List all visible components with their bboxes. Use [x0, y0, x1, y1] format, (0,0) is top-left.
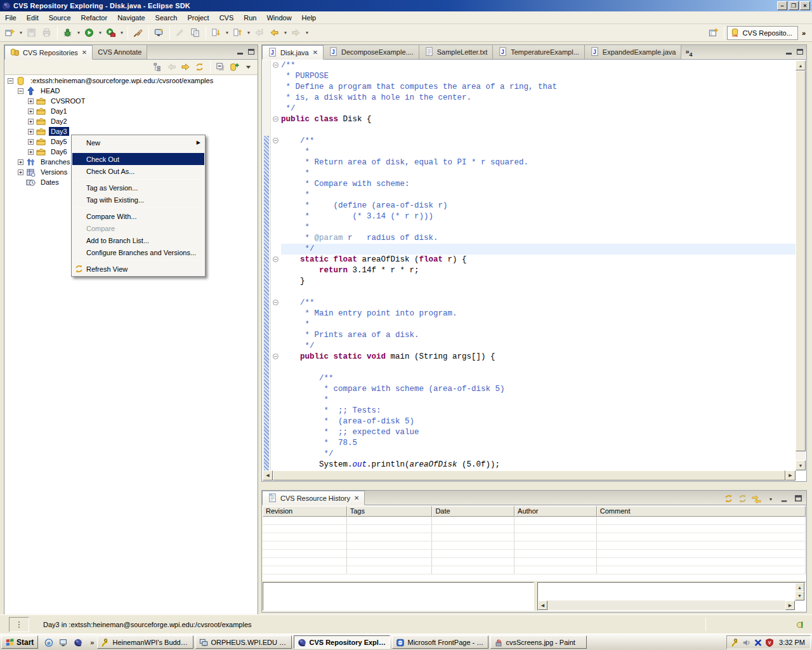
menu-edit[interactable]: Edit — [22, 12, 44, 23]
history-table-row[interactable] — [263, 517, 806, 525]
nav-forward-button[interactable] — [180, 61, 192, 74]
collapse-fold-icon[interactable]: − — [273, 62, 278, 68]
minimize-button[interactable] — [778, 493, 791, 505]
expand-icon[interactable]: + — [28, 129, 34, 135]
collapse-fold-icon[interactable]: − — [273, 116, 278, 122]
aim-icon[interactable] — [731, 638, 740, 647]
maximize-button[interactable] — [792, 493, 805, 505]
refresh-remote-button[interactable] — [737, 493, 749, 505]
menu-item-check-out-as[interactable]: Check Out As... — [72, 165, 204, 177]
vertical-scroll-thumb[interactable] — [796, 70, 806, 451]
java-search-button[interactable] — [131, 25, 146, 41]
scroll-down-icon[interactable]: ▼ — [796, 460, 806, 470]
debug-dropdown-icon[interactable]: ▼ — [75, 25, 82, 41]
history-table-row[interactable] — [263, 533, 806, 541]
expand-icon[interactable]: + — [28, 119, 34, 124]
column-header-author[interactable]: Author — [514, 506, 597, 517]
next-annotation-dropdown-icon[interactable]: ▼ — [224, 25, 230, 41]
back-dropdown-icon[interactable]: ▼ — [282, 25, 289, 41]
forward-dropdown-icon[interactable]: ▼ — [304, 25, 310, 41]
copy-button[interactable] — [188, 25, 203, 41]
debug-button[interactable] — [60, 25, 75, 41]
view-menu-button[interactable]: ▼ — [764, 493, 777, 505]
title-bar[interactable]: CVS Repository Exploring - Disk.java - E… — [0, 0, 812, 11]
expand-icon[interactable]: + — [18, 169, 23, 175]
task-button-aim[interactable]: HeinemanWPI's Buddy Li... — [97, 635, 193, 649]
add-repository-button[interactable] — [228, 61, 241, 74]
menu-item-tag-as-version[interactable]: Tag as Version... — [72, 182, 204, 194]
pane-horizontal-scrollbar[interactable]: ◀ ▶ — [538, 600, 795, 610]
previous-annotation-dropdown-icon[interactable]: ▼ — [246, 25, 252, 41]
link-with-editor-button[interactable] — [750, 493, 763, 505]
perspective-cvs-repository-exploring[interactable]: CVSCVS Reposito... — [727, 26, 798, 40]
menu-refactor[interactable]: Refactor — [76, 12, 113, 23]
fast-view-bar[interactable] — [9, 617, 29, 632]
scroll-left-icon[interactable]: ◀ — [263, 470, 273, 481]
menu-item-add-to-branch-list[interactable]: Add to Branch List... — [72, 234, 204, 246]
tree-item-cvsroot[interactable]: +CVSROOT — [5, 96, 257, 106]
previous-annotation-button[interactable] — [230, 25, 246, 41]
refresh-button[interactable] — [723, 493, 735, 505]
column-header-tags[interactable]: Tags — [347, 506, 433, 517]
menu-item-compare-with[interactable]: Compare With... — [72, 210, 204, 222]
start-button[interactable]: Start — [1, 635, 38, 649]
minimize-view-button[interactable] — [235, 47, 245, 56]
task-button-putty[interactable]: ORPHEUS.WPI.EDU - Pu... — [195, 635, 292, 649]
quick-launch-internet-explorer[interactable]: e — [43, 636, 55, 649]
tree-item-head[interactable]: −HEAD — [5, 86, 257, 96]
editor-tab-overflow[interactable]: »4 — [681, 46, 696, 59]
pane-vertical-scrollbar[interactable]: ▲ ▼ — [795, 583, 805, 600]
menu-item-configure-branches-and-versions[interactable]: Configure Branches and Versions... — [72, 246, 204, 258]
horizontal-scroll-thumb[interactable] — [273, 470, 785, 481]
menu-item-new[interactable]: New▶ — [72, 136, 204, 149]
scroll-up-icon[interactable]: ▲ — [796, 60, 806, 70]
collapse-icon[interactable]: − — [8, 78, 13, 84]
open-perspective-button[interactable] — [706, 25, 721, 41]
go-into-button[interactable] — [152, 61, 164, 74]
external-tools-dropdown-icon[interactable]: ▼ — [119, 25, 125, 41]
history-table-row[interactable] — [263, 525, 806, 533]
close-tab-icon[interactable]: ✕ — [313, 49, 318, 56]
menu-project[interactable]: Project — [182, 12, 214, 23]
tree-item-day2[interactable]: +Day2 — [5, 116, 257, 126]
column-header-comment[interactable]: Comment — [597, 506, 806, 517]
new-wizard-button[interactable] — [3, 25, 18, 41]
next-annotation-button[interactable] — [209, 25, 224, 41]
close-tab-icon[interactable]: ✕ — [354, 494, 359, 501]
menu-navigate[interactable]: Navigate — [112, 12, 150, 23]
history-tags-pane[interactable]: ◀ ▶ ▲ ▼ — [537, 582, 806, 611]
quick-launch-remote-desktop[interactable] — [57, 636, 70, 649]
menu-source[interactable]: Source — [44, 12, 76, 23]
run-button[interactable] — [82, 25, 97, 41]
menu-file[interactable]: File — [0, 12, 22, 23]
maximize-editor-button[interactable] — [795, 47, 805, 56]
history-comment-pane[interactable] — [263, 582, 534, 611]
collapse-icon[interactable]: − — [18, 88, 23, 94]
history-table-row[interactable] — [263, 541, 806, 550]
view-tab-cvs-repositories[interactable]: CVS Repositories✕ — [4, 45, 93, 60]
menu-cvs[interactable]: CVS — [214, 12, 239, 23]
shield-icon[interactable]: V — [765, 638, 774, 647]
code-text[interactable]: /** * PURPOSE * Define a program that co… — [281, 60, 796, 470]
collapse-fold-icon[interactable]: − — [273, 256, 278, 262]
menu-item-refresh-view[interactable]: Refresh View — [72, 263, 204, 275]
column-header-revision[interactable]: Revision — [263, 506, 347, 517]
editor-tab-decomposeexample[interactable]: JDecomposeExample.... — [324, 45, 419, 59]
column-header-date[interactable]: Date — [432, 506, 514, 517]
quick-launch-eclipse[interactable] — [72, 636, 84, 649]
editor-horizontal-scrollbar[interactable]: ◀ ▶ — [263, 470, 796, 481]
restore-button[interactable]: ❐ — [789, 1, 799, 10]
back-button[interactable] — [267, 25, 282, 41]
quick-launch-overflow[interactable]: » — [89, 639, 95, 646]
scroll-right-icon[interactable]: ▶ — [785, 600, 795, 610]
tree-item-extssh-heineman-sourceforge-wpi-edu-cvsroot-examples[interactable]: −:extssh:heineman@sourceforge.wpi.edu:/c… — [5, 76, 257, 86]
view-tab-cvs-annotate[interactable]: CVS Annotate — [93, 45, 147, 59]
task-button-eclipse[interactable]: CVS Repository Explo... — [294, 635, 390, 649]
editor-tab-disk-java[interactable]: JDisk.java✕ — [262, 45, 324, 60]
editor-vertical-scrollbar[interactable]: ▲ ▼ — [796, 60, 806, 470]
menu-run[interactable]: Run — [239, 12, 261, 23]
history-table-row[interactable] — [263, 550, 806, 558]
editor-tab-temperatureexampl[interactable]: JTemperatureExampl... — [493, 45, 585, 59]
minimize-button[interactable]: – — [777, 1, 787, 10]
collapse-fold-icon[interactable]: − — [273, 138, 278, 143]
